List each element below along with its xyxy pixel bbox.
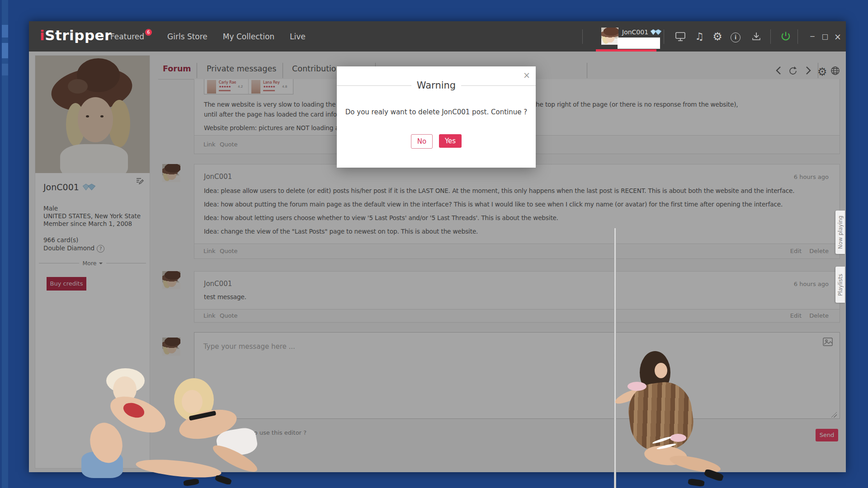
heel-shoe-shape [215,474,232,485]
nav-featured[interactable]: Featured6 [110,32,152,41]
dialog-title-row: Warning [337,80,536,91]
featured-badge: 6 [145,29,152,36]
username-label: JonC001 [622,28,648,36]
credits-blank-box [618,38,660,49]
pink-trim-shape [627,382,646,391]
legs-shape [135,456,222,481]
no-button[interactable]: No [411,134,433,149]
nav-my-collection[interactable]: My Collection [223,32,274,41]
app-logo: iStripper [40,27,112,43]
desktop-dancer-right [601,350,728,488]
nav-girls-store[interactable]: Girls Store [167,32,208,41]
pink-trim-shape [670,434,686,442]
titlebar: iStripper Featured6 Girls Store My Colle… [29,21,846,52]
close-button[interactable]: × [833,32,843,41]
nav-live[interactable]: Live [290,32,306,41]
warning-dialog: × Warning Do you realy want to delete Jo… [337,66,536,168]
heel-shoe-shape [183,479,199,487]
user-avatar[interactable] [601,28,618,45]
logo-i: i [40,27,45,43]
main-nav: Featured6 Girls Store My Collection Live [110,21,306,52]
music-icon[interactable]: ♫ [693,31,705,43]
face-shape [655,363,667,378]
desktop-dancers-left [81,368,280,488]
titlebar-separator [582,29,583,44]
titlebar-separator [770,29,771,44]
desktop-edge-tick [2,43,8,58]
now-playing-tab[interactable]: Now playing [835,211,845,254]
info-icon[interactable]: i [731,33,742,44]
minimize-button[interactable]: ─ [807,32,817,41]
desktop-edge-tick [2,25,8,38]
dialog-message: Do you realy want to delete JonC001 post… [337,108,536,116]
dialog-close-icon[interactable]: × [523,70,530,80]
heel-shoe-shape [688,479,705,487]
desktop-edge-tick [2,64,8,75]
avatar-image [601,28,618,45]
display-settings-icon[interactable] [675,31,686,43]
download-icon[interactable] [750,31,762,43]
dialog-buttons: No Yes [337,134,536,149]
dialog-title: Warning [417,80,456,91]
titlebar-separator [797,29,798,44]
maximize-button[interactable]: □ [820,32,830,41]
user-menu[interactable]: JonC001 [622,28,662,36]
diamond-icons [650,29,662,35]
logo-rest: Stripper [45,27,112,43]
face-shape [182,390,203,413]
titlebar-separator [664,29,664,44]
power-icon[interactable] [779,30,791,42]
yes-button[interactable]: Yes [439,134,462,148]
settings-gear-icon[interactable]: ⚙ [712,31,723,43]
playlists-tab[interactable]: Playlists [835,267,845,303]
